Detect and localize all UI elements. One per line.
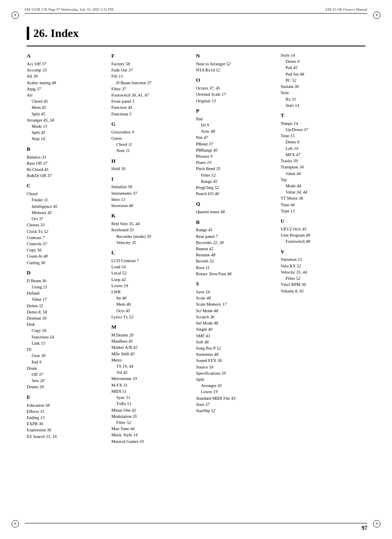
entry: Cutting 36 <box>27 260 107 266</box>
entry: Inversion 48 <box>111 203 192 209</box>
entry: MDr Shift 45 <box>111 351 192 357</box>
entry-sub: Stop 14 <box>27 136 107 142</box>
entry: Scale Memory 17 <box>196 301 277 307</box>
entry: Destinat 56 <box>27 315 107 321</box>
entry: Punch I/O 40 <box>196 191 277 197</box>
entry-sub: Sync 48 <box>196 128 277 134</box>
entry-sub: Chord 45 <box>27 98 107 104</box>
entry: Song Pos P 52 <box>196 345 277 351</box>
entry: Standard MIDI File 43 <box>196 395 277 401</box>
entry: Velo RX 52 <box>281 263 361 269</box>
entry: Sync <box>281 90 361 96</box>
entry: Rear panel 7 <box>196 233 277 240</box>
entry: Local 52 <box>111 270 192 276</box>
entry: Sound EFX 36 <box>196 357 277 364</box>
entry-sub: Link 15 <box>27 340 107 346</box>
index-col-3: N Note to Arranger 52 NTA Rx14 52 O Octa… <box>196 52 281 445</box>
entry: Sustain 36 <box>281 83 361 90</box>
entry: Expression 36 <box>27 427 107 433</box>
entry-sub: Mode 13 <box>27 123 107 129</box>
section-c: C <box>27 182 107 190</box>
entry: Tracks 39 <box>281 158 361 164</box>
entry: M-FX 31 <box>111 382 192 388</box>
entry: Rotary Slow/Fast 48 <box>196 271 277 277</box>
entry: D Beam 36 <box>27 278 107 284</box>
entry: Factory 58 <box>111 61 192 67</box>
page: EM-55OR_UK Page 97 Wednesday, July 10, 2… <box>0 0 392 539</box>
entry-sub: MFX 47 <box>281 152 361 158</box>
section-r: R <box>196 219 277 226</box>
entry-sub: DJ 9 <box>196 122 277 128</box>
entry: Music Style 14 <box>111 432 192 438</box>
entry: Footswitch 36, 41, 47 <box>111 92 192 98</box>
entry: Volume 8, 45 <box>281 288 361 294</box>
entry: PBRange 45 <box>196 147 277 153</box>
entry: Mstr Tune 44 <box>111 426 192 432</box>
entry: Controls 37 <box>27 241 107 247</box>
entry: Fade Out 37 <box>111 67 192 73</box>
entry: Accomp 33 <box>27 67 107 73</box>
section-f: F <box>111 52 192 60</box>
entry: Single 40 <box>196 326 277 332</box>
entry: M.Drums 20 <box>111 332 192 338</box>
entry: Musical Games 10 <box>111 438 192 445</box>
entry: Copy 56 <box>27 247 107 253</box>
entry: Fill 13 <box>111 73 192 79</box>
section-h: H <box>111 157 192 165</box>
entry-sub: Memory 45 <box>27 210 107 216</box>
entry: Instruments 37 <box>111 190 192 196</box>
entry: Drums 20 <box>27 384 107 390</box>
entry: Front panel 5 <box>111 98 192 104</box>
entry-sub: Arranger 45 <box>196 382 277 389</box>
entry-sub: Velocity 35 <box>111 240 192 246</box>
entry: Hold 36 <box>111 166 192 172</box>
entry-sub: Gear 36 <box>27 352 107 359</box>
entry-sub: Mem 46 <box>111 301 192 307</box>
entry: Split <box>196 376 277 382</box>
entry-sub: Split 45 <box>27 129 107 136</box>
section-m: M <box>111 323 192 331</box>
entry: Source 56 <box>196 364 277 370</box>
section-e: E <box>27 394 107 401</box>
entry-sub: Using 21 <box>27 284 107 290</box>
entry: Phrases 9 <box>196 153 277 159</box>
entry-sub: Pad Set 48 <box>281 71 361 77</box>
title-divider <box>27 46 365 46</box>
entry: Save 54 <box>196 289 277 295</box>
entry: Chorus 33 <box>27 222 107 228</box>
entry-sub: Oct 37 <box>27 216 107 222</box>
section-k: K <box>111 212 192 220</box>
entry: Ending 13 <box>27 415 107 421</box>
entry: Intro 13 <box>111 196 192 203</box>
entry-sub: Filter 52 <box>281 275 361 281</box>
entry: EZ Search 15, 16 <box>27 433 107 440</box>
section-o: O <box>196 76 277 84</box>
section-t: T <box>281 112 361 120</box>
entry-sub: Octv 45 <box>111 308 192 314</box>
entry: Count-In 48 <box>27 253 107 259</box>
section-g: G <box>111 120 192 128</box>
entry: Minus One 42 <box>111 407 192 413</box>
entry: Quarter tones 48 <box>196 209 277 215</box>
entry: Groovebox 9 <box>111 129 192 135</box>
entry: DJ <box>27 346 107 352</box>
entry: Arr <box>27 92 107 98</box>
entry-sub: Demo 8 <box>281 139 361 145</box>
entry: Note to Arranger 52 <box>196 61 277 67</box>
entry-sub: PC 52 <box>281 77 361 83</box>
entry: Tempo 14 <box>281 120 361 127</box>
entry-sub: Split 45 <box>27 111 107 117</box>
entry: Repeat 42 <box>196 246 277 252</box>
entry: MIDI 51 <box>111 388 192 394</box>
entry: Pan 47 <box>196 134 277 141</box>
entry: Octave 37, 45 <box>196 85 277 91</box>
entry-sub: Sets 20 <box>27 378 107 384</box>
entry: TT Motor 36 <box>281 195 361 201</box>
entry: Lower 19 <box>111 283 192 289</box>
entry: All 39 <box>27 73 107 79</box>
entry: Piano 19 <box>196 159 277 166</box>
section-v: V <box>281 248 361 256</box>
entry-sub: Value 17 <box>27 296 107 302</box>
corner-mark-bl <box>12 520 19 527</box>
entry: Oriental Scale 17 <box>196 91 277 97</box>
